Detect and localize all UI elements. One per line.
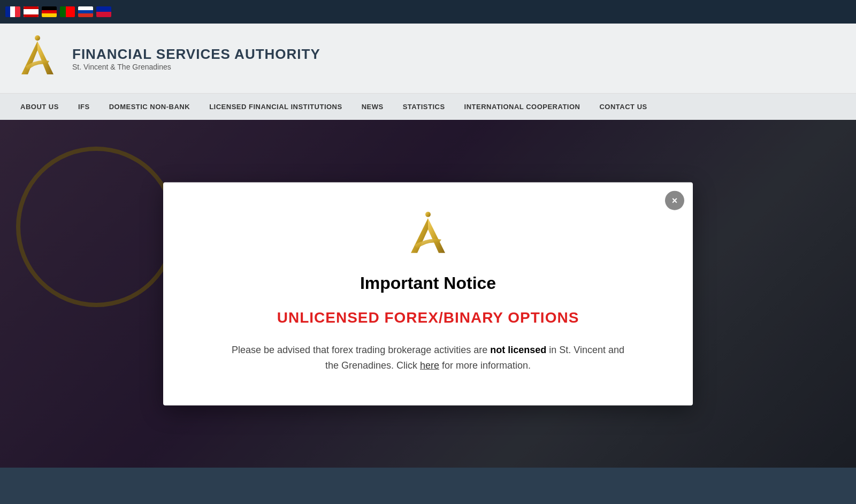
modal-body-bold: not licensed (490, 345, 546, 355)
nav-contact-us[interactable]: CONTACT US (590, 94, 656, 120)
nav-news[interactable]: NEWS (352, 94, 393, 120)
site-header: FINANCIAL SERVICES AUTHORITY St. Vincent… (0, 24, 856, 93)
site-logo-icon (11, 32, 64, 85)
flag-french[interactable] (5, 6, 20, 17)
background-page: FINANCIAL SERVICES AUTHORITY St. Vincent… (0, 0, 856, 504)
modal-logo (401, 209, 455, 263)
nav-ifs[interactable]: IFS (68, 94, 100, 120)
logo-area: FINANCIAL SERVICES AUTHORITY St. Vincent… (11, 32, 320, 85)
modal-body-text1: Please be advised that forex trading bro… (232, 345, 490, 355)
site-title-sub: St. Vincent & The Grenadines (72, 63, 320, 71)
svg-marker-1 (21, 41, 37, 74)
flag-haitian[interactable] (96, 6, 111, 17)
modal-body: Please be advised that forex trading bro… (225, 342, 631, 373)
svg-point-3 (425, 212, 431, 217)
flag-lebanese[interactable] (24, 6, 39, 17)
nav-domestic-non-bank[interactable]: DOMESTIC NON-BANK (100, 94, 200, 120)
svg-marker-4 (411, 218, 428, 253)
nav-statistics[interactable]: STATISTICS (393, 94, 455, 120)
flag-german[interactable] (42, 6, 57, 17)
modal-close-button[interactable]: × (665, 191, 684, 210)
svg-marker-2 (37, 41, 54, 74)
flag-russian[interactable] (78, 6, 93, 17)
flag-portuguese[interactable] (60, 6, 75, 17)
modal-here-link[interactable]: here (420, 360, 439, 371)
site-title-main: FINANCIAL SERVICES AUTHORITY (72, 46, 320, 63)
svg-point-0 (35, 35, 40, 41)
site-title: FINANCIAL SERVICES AUTHORITY St. Vincent… (72, 46, 320, 71)
modal-title: Important Notice (360, 273, 496, 293)
nav-about-us[interactable]: ABOUT US (11, 94, 68, 120)
modal-body-text3: for more information. (439, 360, 531, 371)
important-notice-modal: × Importa (163, 182, 693, 406)
hero-section: × Importa (0, 120, 856, 468)
nav-international[interactable]: INTERNATIONAL COOPERATION (455, 94, 590, 120)
language-topbar (0, 0, 856, 24)
nav-licensed-fi[interactable]: LICENSED FINANCIAL INSTITUTIONS (200, 94, 352, 120)
modal-subtitle: UNLICENSED FOREX/BINARY OPTIONS (277, 309, 579, 326)
main-nav: ABOUT US IFS DOMESTIC NON-BANK LICENSED … (0, 93, 856, 120)
modal-logo-icon (401, 209, 455, 263)
svg-marker-5 (428, 218, 445, 253)
